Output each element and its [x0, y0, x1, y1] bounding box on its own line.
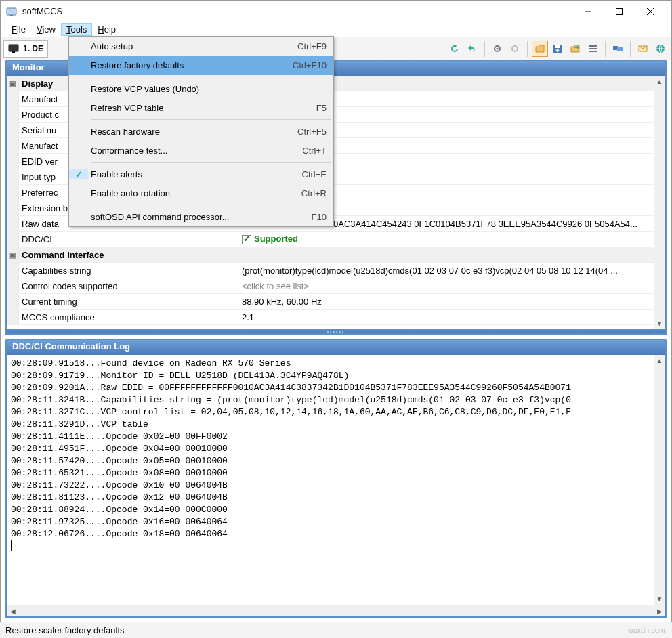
svg-rect-7 [12, 51, 15, 53]
menu-item-restore-factory-defaults[interactable]: Restore factory defaultsCtrl+F10 [69, 56, 333, 75]
expand-collapse-icon[interactable]: ▣ [7, 247, 19, 262]
log-line: 00:28:11.3271C...VCP control list = 02,0… [11, 406, 661, 419]
menu-file[interactable]: File [6, 23, 31, 36]
toolbar-list-icon[interactable] [585, 41, 601, 57]
monitor-selector-label: 1. DE [23, 44, 43, 54]
svg-rect-6 [9, 45, 18, 51]
expand-collapse-icon [7, 138, 19, 153]
monitor-selector-button[interactable]: 1. DE [3, 40, 48, 58]
log-line: 00:28:11.3241B...Capabilities string = (… [11, 394, 661, 406]
expand-collapse-icon[interactable]: ▣ [7, 76, 19, 91]
expand-collapse-icon [7, 200, 19, 215]
monitor-vertical-scrollbar[interactable]: ▲ ▼ [654, 76, 665, 329]
menu-separator [91, 162, 331, 163]
menu-view[interactable]: View [31, 23, 61, 36]
property-row[interactable]: DDC/CISupported [7, 232, 665, 247]
toolbar-monitors-icon[interactable] [610, 41, 626, 57]
expand-collapse-icon [7, 107, 19, 122]
log-line: 00:28:12.06726....Opcode 0x18=00 0064006… [11, 528, 661, 540]
toolbar-open-icon[interactable] [532, 41, 548, 57]
menu-item-softosd-api-command-processor[interactable]: softOSD API command processor...F10 [69, 207, 333, 226]
status-text: Restore scaler factory defaults [5, 625, 125, 635]
toolbar-settings-icon[interactable] [489, 41, 505, 57]
property-section-header[interactable]: ▣Command Interface📌 [7, 247, 665, 263]
log-horizontal-scrollbar[interactable]: ◀ ▶ [7, 605, 665, 616]
log-line: 00:28:11.4951F....Opcode 0x04=00 0001000… [11, 443, 661, 455]
property-row[interactable]: Capabilities string(prot(monitor)type(lc… [7, 263, 665, 278]
menu-item-shortcut: Ctrl+F9 [297, 41, 327, 51]
property-row[interactable]: MCCS compliance2.1 [7, 310, 665, 325]
scroll-up-arrow-icon[interactable]: ▲ [654, 76, 665, 87]
property-label: Control codes supported [19, 281, 239, 291]
log-panel-title: DDC/CI Communication Log [7, 340, 665, 355]
menu-item-enable-alerts[interactable]: ✓Enable alertsCtrl+E [69, 165, 333, 184]
scroll-down-arrow-icon[interactable]: ▼ [654, 318, 665, 329]
toolbar-mail-icon[interactable] [635, 41, 651, 57]
toolbar-save-icon[interactable] [549, 41, 566, 57]
property-value[interactable]: Supported [239, 234, 665, 244]
property-value[interactable]: <click to see list> [239, 281, 665, 291]
menu-help[interactable]: Help [92, 23, 121, 36]
toolbar-export-icon[interactable] [567, 41, 583, 57]
property-label: DDC/CI [19, 234, 239, 244]
scroll-right-arrow-icon[interactable]: ▶ [654, 605, 665, 617]
maximize-button[interactable] [604, 1, 635, 22]
splitter-grip[interactable]: •••••• [7, 329, 665, 333]
toolbar-separator [630, 41, 631, 57]
menu-item-shortcut: Ctrl+F5 [297, 127, 327, 137]
tools-dropdown-menu: Auto setupCtrl+F9Restore factory default… [68, 36, 334, 227]
property-value[interactable]: 2.1 [239, 312, 665, 322]
log-text-area[interactable]: 00:28:09.91518...Found device on Radeon … [7, 355, 665, 605]
menu-item-restore-vcp-values-undo[interactable]: Restore VCP values (Undo) [69, 79, 333, 98]
menu-item-check-icon: ✓ [69, 169, 88, 179]
expand-collapse-icon [7, 263, 19, 278]
app-icon [6, 6, 17, 17]
toolbar-undo-icon[interactable] [464, 41, 480, 57]
menu-separator [91, 77, 331, 77]
scroll-down-arrow-icon[interactable]: ▼ [654, 593, 665, 605]
log-line: 00:28:11.57420....Opcode 0x05=00 0001000… [11, 455, 661, 467]
expand-collapse-icon [7, 310, 19, 324]
toolbar-separator [605, 41, 606, 57]
log-line: 00:28:09.91719...Monitor ID = DELL U2518… [11, 370, 661, 382]
svg-rect-12 [555, 45, 560, 48]
property-label: Current timing [19, 297, 239, 307]
svg-point-10 [512, 46, 518, 51]
svg-rect-17 [617, 47, 623, 51]
window-title: softMCCS [22, 6, 572, 16]
menu-item-shortcut: F5 [316, 103, 327, 113]
scroll-up-arrow-icon[interactable]: ▲ [654, 355, 665, 366]
toolbar-separator [484, 41, 485, 57]
log-line: 00:28:11.97325....Opcode 0x16=00 0064006… [11, 516, 661, 528]
minimize-button[interactable] [572, 1, 604, 22]
menu-item-enable-auto-rotation[interactable]: Enable auto-rotationCtrl+R [69, 184, 333, 203]
property-value[interactable]: 88.90 kHz, 60.00 Hz [239, 297, 665, 307]
close-button[interactable] [635, 1, 666, 22]
menu-item-refresh-vcp-table[interactable]: Refresh VCP tableF5 [69, 98, 333, 117]
scroll-left-arrow-icon[interactable]: ◀ [7, 605, 18, 617]
toolbar-gear-disabled-icon [507, 41, 523, 57]
log-vertical-scrollbar[interactable]: ▲ ▼ [654, 355, 665, 605]
toolbar-globe-icon[interactable] [652, 41, 669, 57]
toolbar-separator [527, 41, 528, 57]
property-row[interactable]: Current timing88.90 kHz, 60.00 Hz [7, 294, 665, 310]
menu-item-conformance-test[interactable]: Conformance test...Ctrl+T [69, 141, 333, 160]
menu-separator [91, 205, 331, 205]
menu-item-label: Enable alerts [88, 169, 302, 179]
expand-collapse-icon [7, 294, 19, 309]
menu-item-label: Restore factory defaults [88, 60, 293, 70]
menu-item-auto-setup[interactable]: Auto setupCtrl+F9 [69, 37, 333, 56]
menu-item-rescan-hardware[interactable]: Rescan hardwareCtrl+F5 [69, 122, 333, 141]
menu-item-label: Refresh VCP table [88, 103, 316, 113]
menu-item-label: Conformance test... [88, 146, 302, 156]
menu-tools[interactable]: Tools [61, 23, 92, 36]
expand-collapse-icon [7, 216, 19, 231]
text-cursor [11, 540, 12, 551]
property-row[interactable]: Control codes supported<click to see lis… [7, 278, 665, 294]
log-line: 00:28:09.91518...Found device on Radeon … [11, 358, 661, 370]
toolbar-refresh-icon[interactable] [446, 41, 463, 57]
checkbox-checked-icon[interactable] [242, 235, 251, 244]
svg-rect-3 [616, 8, 623, 14]
menu-item-shortcut: Ctrl+T [302, 146, 327, 156]
property-value[interactable]: (prot(monitor)type(lcd)model(u2518d)cmds… [239, 265, 665, 276]
